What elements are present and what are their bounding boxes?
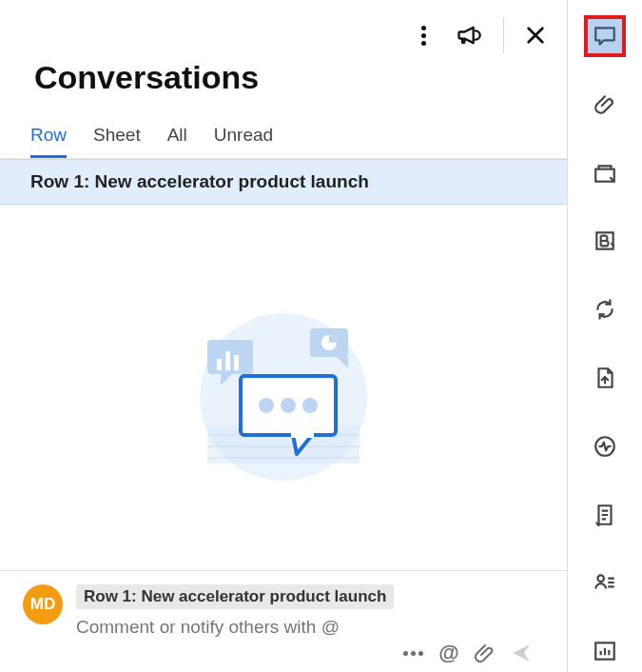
rail-sidebar — [568, 0, 642, 672]
composer-context-chip[interactable]: Row 1: New accelerator product launch — [76, 584, 394, 609]
selected-row-banner[interactable]: Row 1: New accelerator product launch — [0, 159, 567, 205]
sidebar-item-upload[interactable] — [584, 357, 626, 399]
sidebar-item-people[interactable] — [584, 562, 626, 603]
tab-unread[interactable]: Unread — [214, 125, 273, 158]
at-icon: @ — [438, 641, 458, 665]
send-button[interactable] — [510, 642, 533, 664]
svg-rect-15 — [291, 430, 314, 438]
sidebar-item-attachments[interactable] — [584, 84, 626, 126]
paperclip-icon — [474, 642, 496, 664]
panel-top-actions — [412, 17, 546, 53]
document-icon — [593, 503, 617, 527]
svg-point-18 — [302, 398, 318, 413]
send-icon — [510, 642, 533, 664]
svg-rect-8 — [225, 351, 230, 370]
people-icon — [593, 570, 617, 595]
conversations-panel: Conversations Row Sheet All Unread Row 1… — [0, 0, 568, 672]
sidebar-item-chart[interactable] — [584, 630, 626, 672]
divider — [503, 17, 504, 53]
svg-rect-9 — [234, 355, 239, 370]
tab-row[interactable]: Row — [30, 125, 67, 158]
comment-composer: MD Row 1: New accelerator product launch… — [0, 570, 567, 672]
upload-icon — [593, 366, 617, 390]
avatar: MD — [23, 584, 63, 624]
attachments-icon — [593, 92, 617, 117]
megaphone-icon — [456, 22, 482, 49]
mention-button[interactable]: @ — [438, 642, 460, 664]
attach-button[interactable] — [474, 642, 496, 664]
brand-icon — [593, 228, 617, 253]
comments-icon — [593, 24, 617, 49]
svg-rect-7 — [217, 359, 222, 370]
sidebar-item-refresh[interactable] — [584, 288, 626, 330]
sidebar-item-activity[interactable] — [584, 425, 626, 467]
proofs-icon — [593, 161, 617, 186]
tab-all[interactable]: All — [167, 125, 187, 158]
svg-point-17 — [281, 398, 296, 413]
chart-icon — [593, 639, 617, 663]
tab-sheet[interactable]: Sheet — [93, 125, 141, 158]
close-panel-button[interactable] — [525, 25, 546, 46]
sidebar-item-brand[interactable] — [584, 220, 626, 262]
sidebar-item-proofs[interactable] — [584, 152, 626, 194]
more-options-button[interactable] — [412, 24, 435, 47]
refresh-icon — [593, 297, 617, 322]
composer-actions: @ — [23, 638, 550, 664]
announcements-button[interactable] — [456, 22, 482, 49]
conversation-tabs: Row Sheet All Unread — [0, 96, 567, 159]
sidebar-item-document[interactable] — [584, 494, 626, 536]
comment-input[interactable] — [76, 615, 550, 638]
dots-icon — [403, 651, 423, 656]
composer-more-button[interactable] — [401, 642, 424, 664]
svg-point-16 — [259, 398, 274, 413]
activity-icon — [593, 434, 617, 459]
empty-state-illustration — [0, 205, 567, 570]
close-icon — [525, 25, 546, 46]
svg-point-22 — [597, 576, 604, 583]
sidebar-item-comments[interactable] — [584, 15, 626, 57]
